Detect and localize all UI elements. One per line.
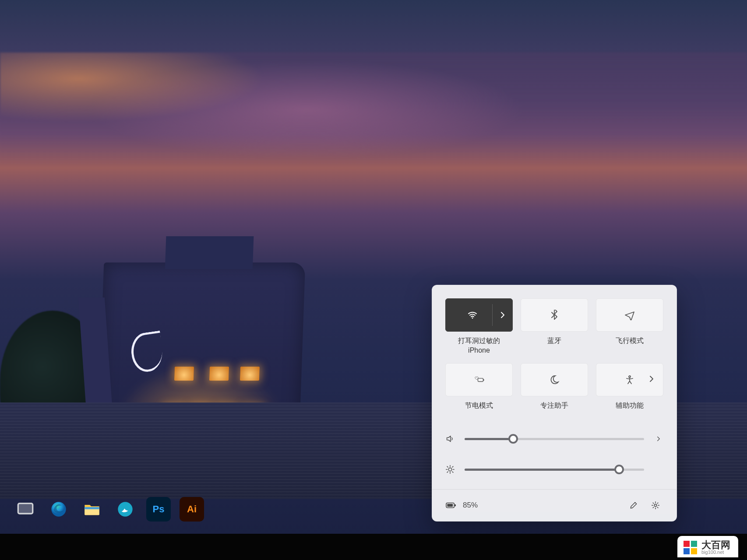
volume-expand[interactable] [654,435,663,443]
taskbar-app-round[interactable] [113,497,137,522]
volume-slider-row [445,434,663,444]
taskbar-task-view[interactable] [13,497,38,522]
tile-accessibility-label: 辅助功能 [616,401,644,420]
tile-accessibility-expand[interactable] [646,374,657,386]
svg-rect-4 [85,507,99,509]
brightness-slider-row [445,465,663,474]
svg-point-6 [472,318,473,319]
tile-airplane-label: 飞行模式 [616,336,644,355]
tile-bluetooth[interactable] [521,298,588,332]
tile-wifi[interactable] [445,298,513,332]
quick-settings-footer: 85% [432,489,677,521]
chevron-right-icon [655,435,662,443]
brightness-slider[interactable] [465,469,644,471]
watermark-title: 大百网 [701,540,730,550]
volume-slider[interactable] [465,438,644,440]
svg-point-2 [51,502,66,516]
svg-point-9 [629,376,631,378]
wallpaper-clouds [0,52,747,166]
chevron-right-icon [497,310,508,320]
watermark-logo-icon [684,541,697,554]
volume-icon[interactable] [445,434,455,444]
gear-icon [651,501,660,510]
volume-thumb[interactable] [508,434,518,444]
svg-rect-7 [478,378,483,382]
task-view-icon [17,500,34,518]
taskbar-edge[interactable] [46,497,71,522]
quick-settings-tiles: 打耳洞过敏的 iPhone 蓝牙 飞行模式 [445,298,663,420]
svg-point-14 [654,504,656,506]
bluetooth-icon [549,310,560,320]
svg-rect-1 [18,504,32,514]
brightness-icon[interactable] [445,465,455,474]
taskbar-illustrator[interactable]: Ai [180,497,204,522]
tile-battery-saver[interactable] [445,363,513,396]
edge-icon [50,500,67,518]
battery-icon [445,500,457,510]
folder-icon [83,500,101,518]
tile-wifi-label: 打耳洞过敏的 iPhone [458,336,500,355]
tile-wifi-expand[interactable] [492,304,512,326]
brightness-thumb[interactable] [614,465,624,474]
tile-airplane[interactable] [596,298,663,332]
tile-battery-saver-label: 节电模式 [465,401,493,420]
settings-button[interactable] [648,497,663,513]
battery-saver-icon [474,374,484,385]
watermark: 大百网 big100.net [677,536,738,557]
taskbar: Ps Ai [13,497,204,522]
moon-icon [549,374,560,385]
tile-bluetooth-label: 蓝牙 [547,336,561,355]
taskbar-photoshop[interactable]: Ps [146,497,171,522]
taskbar-file-explorer[interactable] [80,497,104,522]
photoshop-icon: Ps [153,504,165,515]
volume-fill [465,438,513,440]
pencil-icon [629,501,638,510]
tile-focus-assist[interactable] [521,363,588,396]
battery-percent-text: 85% [463,501,478,510]
tile-focus-assist-label: 专注助手 [540,401,568,420]
tile-accessibility[interactable] [596,363,663,396]
wifi-icon [467,310,478,320]
round-app-icon [116,500,134,518]
illustrator-icon: Ai [187,504,197,515]
svg-rect-12 [455,504,456,507]
svg-point-5 [118,502,132,516]
accessibility-icon [624,374,635,385]
brightness-fill [465,469,619,471]
quick-settings-flyout: 打耳洞过敏的 iPhone 蓝牙 飞行模式 [432,285,677,522]
svg-rect-13 [447,504,453,507]
watermark-sub: big100.net [701,550,730,555]
screen-bezel [0,534,747,560]
svg-rect-8 [483,379,484,381]
edit-quick-settings-button[interactable] [626,497,641,513]
airplane-icon [624,310,635,320]
svg-point-10 [448,468,451,471]
chevron-right-icon [646,374,657,384]
